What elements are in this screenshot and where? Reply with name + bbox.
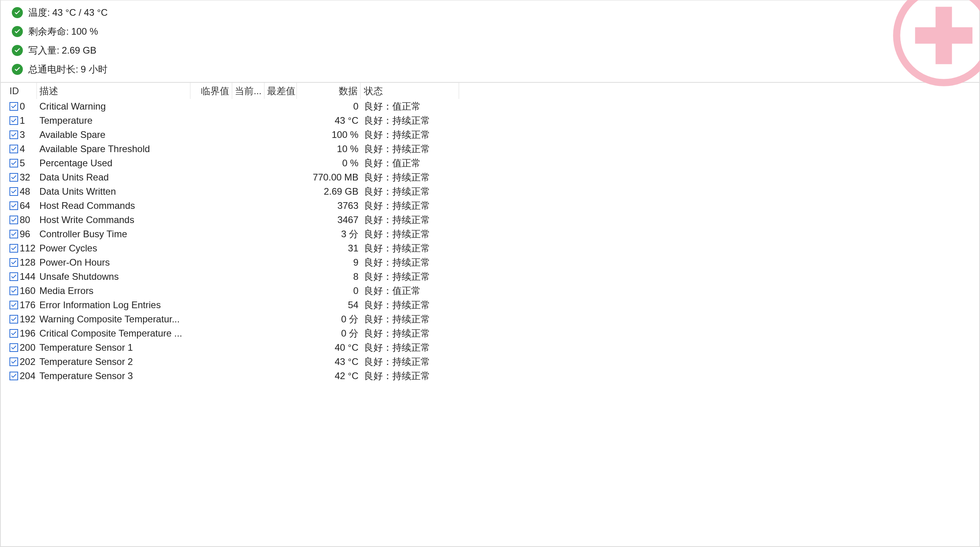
table-row[interactable]: 96Controller Busy Time3 分良好：持续正常 xyxy=(1,227,979,241)
cell-data: 0 xyxy=(297,99,361,113)
row-check-icon[interactable] xyxy=(9,159,18,167)
row-check-icon[interactable] xyxy=(9,301,18,309)
row-check-icon[interactable] xyxy=(9,244,18,253)
cell-worst xyxy=(265,99,297,113)
cell-data: 100 % xyxy=(297,128,361,142)
col-header-status[interactable]: 状态 xyxy=(361,83,459,99)
summary-value: 100 % xyxy=(71,26,98,37)
cell-worst xyxy=(265,170,297,184)
table-body: 0Critical Warning0良好：值正常1Temperature43 °… xyxy=(1,99,979,383)
row-check-icon[interactable] xyxy=(9,329,18,338)
table-row[interactable]: 48Data Units Written2.69 GB良好：持续正常 xyxy=(1,184,979,199)
table-row[interactable]: 1Temperature43 °C良好：持续正常 xyxy=(1,113,979,128)
cell-worst xyxy=(265,199,297,213)
cell-id-text: 128 xyxy=(20,257,35,268)
row-check-icon[interactable] xyxy=(9,315,18,324)
cell-current xyxy=(232,199,265,213)
cell-status: 良好：持续正常 xyxy=(361,326,459,340)
cell-desc: Temperature Sensor 1 xyxy=(37,340,191,355)
col-header-thr[interactable]: 临界值 xyxy=(191,83,232,99)
cell-data: 2.69 GB xyxy=(297,184,361,199)
cell-desc: Error Information Log Entries xyxy=(37,298,191,312)
col-header-worst[interactable]: 最差值 xyxy=(265,83,297,99)
cell-threshold xyxy=(191,270,232,284)
cell-id-text: 5 xyxy=(20,158,25,169)
table-row[interactable]: 196Critical Composite Temperature ...0 分… xyxy=(1,326,979,340)
cell-threshold xyxy=(191,369,232,383)
table-row[interactable]: 200Temperature Sensor 140 °C良好：持续正常 xyxy=(1,340,979,355)
cell-worst xyxy=(265,340,297,355)
row-check-icon[interactable] xyxy=(9,130,18,139)
row-check-icon[interactable] xyxy=(9,116,18,125)
smart-table: ID 描述 临界值 当前... 最差值 数据 状态 0Critical Warn… xyxy=(1,83,979,383)
row-check-icon[interactable] xyxy=(9,201,18,210)
cell-data: 31 xyxy=(297,241,361,255)
cell-status: 良好：持续正常 xyxy=(361,227,459,241)
table-row[interactable]: 128Power-On Hours9良好：持续正常 xyxy=(1,255,979,270)
row-check-icon[interactable] xyxy=(9,216,18,224)
cell-threshold xyxy=(191,227,232,241)
cell-threshold xyxy=(191,255,232,270)
table-row[interactable]: 160Media Errors0良好：值正常 xyxy=(1,284,979,298)
row-check-icon[interactable] xyxy=(9,357,18,366)
summary-value: 9 小时 xyxy=(81,63,108,76)
table-row[interactable]: 202Temperature Sensor 243 °C良好：持续正常 xyxy=(1,355,979,369)
cell-worst xyxy=(265,355,297,369)
cell-id-text: 204 xyxy=(20,370,35,381)
cell-id-text: 80 xyxy=(20,214,30,225)
cell-id: 176 xyxy=(1,298,37,312)
row-check-icon[interactable] xyxy=(9,102,18,111)
row-check-icon[interactable] xyxy=(9,287,18,295)
row-check-icon[interactable] xyxy=(9,230,18,238)
row-check-icon[interactable] xyxy=(9,272,18,281)
table-row[interactable]: 64Host Read Commands3763良好：持续正常 xyxy=(1,199,979,213)
row-check-icon[interactable] xyxy=(9,258,18,267)
table-row[interactable]: 3Available Spare100 %良好：持续正常 xyxy=(1,128,979,142)
cell-status: 良好：持续正常 xyxy=(361,255,459,270)
app-window: 温度: 43 °C / 43 °C 剩余寿命: 100 % 写入量: 2.69 … xyxy=(0,0,980,547)
row-check-icon[interactable] xyxy=(9,145,18,153)
table-row[interactable]: 204Temperature Sensor 342 °C良好：持续正常 xyxy=(1,369,979,383)
cell-id-text: 3 xyxy=(20,129,25,140)
cell-desc: Critical Warning xyxy=(37,99,191,113)
cell-current xyxy=(232,156,265,170)
col-header-data[interactable]: 数据 xyxy=(297,83,361,99)
table-row[interactable]: 0Critical Warning0良好：值正常 xyxy=(1,99,979,113)
table-row[interactable]: 5Percentage Used0 %良好：值正常 xyxy=(1,156,979,170)
cell-id: 128 xyxy=(1,255,37,270)
table-row[interactable]: 176Error Information Log Entries54良好：持续正… xyxy=(1,298,979,312)
row-check-icon[interactable] xyxy=(9,343,18,352)
col-header-id[interactable]: ID xyxy=(1,83,37,99)
cell-desc: Unsafe Shutdowns xyxy=(37,270,191,284)
cell-data: 0 % xyxy=(297,156,361,170)
table-row[interactable]: 4Available Spare Threshold10 %良好：持续正常 xyxy=(1,142,979,156)
cell-status: 良好：持续正常 xyxy=(361,128,459,142)
cell-current xyxy=(232,128,265,142)
cell-id: 200 xyxy=(1,340,37,355)
table-row[interactable]: 80Host Write Commands3467良好：持续正常 xyxy=(1,213,979,227)
cell-threshold xyxy=(191,284,232,298)
table-row[interactable]: 192Warning Composite Temperatur...0 分良好：… xyxy=(1,312,979,326)
cell-current xyxy=(232,270,265,284)
cell-id: 112 xyxy=(1,241,37,255)
cell-id: 0 xyxy=(1,99,37,113)
cell-threshold xyxy=(191,113,232,128)
cell-data: 0 xyxy=(297,284,361,298)
cell-worst xyxy=(265,241,297,255)
row-check-icon[interactable] xyxy=(9,372,18,380)
col-header-cur[interactable]: 当前... xyxy=(232,83,265,99)
table-row[interactable]: 144Unsafe Shutdowns8良好：持续正常 xyxy=(1,270,979,284)
row-check-icon[interactable] xyxy=(9,187,18,196)
cell-id-text: 4 xyxy=(20,143,25,154)
col-header-desc[interactable]: 描述 xyxy=(37,83,191,99)
cell-status: 良好：值正常 xyxy=(361,99,459,113)
cell-threshold xyxy=(191,142,232,156)
table-row[interactable]: 32Data Units Read770.00 MB良好：持续正常 xyxy=(1,170,979,184)
summary-row-lifespan: 剩余寿命: 100 % xyxy=(12,22,968,41)
cell-current xyxy=(232,113,265,128)
table-row[interactable]: 112Power Cycles31良好：持续正常 xyxy=(1,241,979,255)
summary-row-writes: 写入量: 2.69 GB xyxy=(12,41,968,60)
row-check-icon[interactable] xyxy=(9,173,18,182)
cell-id: 160 xyxy=(1,284,37,298)
cell-current xyxy=(232,326,265,340)
